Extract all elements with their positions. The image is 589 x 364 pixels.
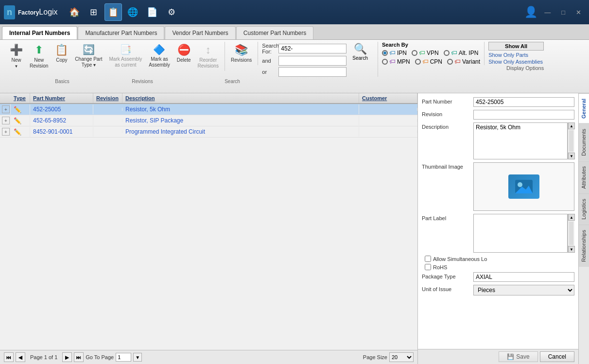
nav-grid[interactable]: ⊞ bbox=[85, 3, 103, 21]
ipn-label: IPN bbox=[397, 50, 407, 56]
tab-manufacturer-part-numbers[interactable]: Manufacturer Part Numbers bbox=[78, 26, 164, 39]
nav-doc[interactable]: 📄 bbox=[143, 3, 161, 21]
col-header-description[interactable]: Description bbox=[122, 93, 359, 103]
side-tab-logistics[interactable]: Logistics bbox=[579, 193, 589, 225]
last-page-button[interactable]: ⏭ bbox=[74, 352, 84, 362]
description-textarea[interactable]: Resistor, 5k Ohm bbox=[473, 122, 568, 159]
variant-option[interactable]: 🏷 Variant bbox=[447, 58, 480, 65]
delete-button[interactable]: ⛔ Delete bbox=[174, 42, 194, 65]
col-header-revision[interactable]: Revision bbox=[93, 93, 122, 103]
change-part-type-label: Change PartType ▾ bbox=[75, 56, 102, 68]
show-all-button[interactable]: Show All bbox=[488, 42, 544, 51]
tab-internal-part-numbers[interactable]: Internal Part Numbers bbox=[2, 26, 77, 39]
title-bar: n FactoryLogix 🏠 ⊞ 📋 🌐 📄 ⚙ 👤 — □ ✕ bbox=[0, 0, 589, 24]
revision-field: Revision bbox=[422, 110, 574, 120]
part-label-textarea[interactable] bbox=[473, 214, 568, 253]
copy-button[interactable]: 📋 Copy bbox=[52, 42, 71, 65]
user-icon[interactable]: 👤 bbox=[524, 6, 537, 18]
side-tab-general[interactable]: General bbox=[579, 93, 589, 123]
tab-vendor-part-numbers[interactable]: Vendor Part Numbers bbox=[165, 26, 235, 39]
allow-simultaneous-row: Allow Simultaneous Lo bbox=[425, 256, 574, 262]
col-header-type[interactable]: Type bbox=[11, 93, 30, 103]
new-button[interactable]: ➕ New ▼ bbox=[7, 42, 26, 70]
save-button[interactable]: 💾 Save bbox=[499, 351, 537, 362]
description-scrollbar[interactable]: ▲ ▼ bbox=[568, 122, 574, 159]
alt-ipn-option[interactable]: 🏷 Alt. IPN bbox=[444, 49, 479, 56]
reorder-revisions-button[interactable]: ↕ ReorderRevisions bbox=[195, 42, 222, 71]
action-buttons: 💾 Save Cancel bbox=[418, 349, 578, 364]
col-header-customer[interactable]: Customer bbox=[359, 93, 417, 103]
description-container: Resistor, 5k Ohm ▲ ▼ bbox=[473, 122, 574, 159]
search-and-input[interactable] bbox=[278, 56, 346, 66]
part-label-scroll-thumb bbox=[569, 222, 573, 245]
show-only-parts-link[interactable]: Show Only Parts bbox=[488, 52, 544, 58]
mark-assembly-current-button[interactable]: 📑 Mark Assemblyas current bbox=[106, 42, 145, 70]
copy-icon: 📋 bbox=[55, 44, 68, 56]
nav-globe[interactable]: 🌐 bbox=[124, 3, 141, 21]
table-row[interactable]: + ✏️ 452-65-8952 Resistor, SIP Package bbox=[0, 115, 417, 126]
maximize-button[interactable]: □ bbox=[557, 8, 569, 17]
tab-customer-part-numbers[interactable]: Customer Part Numbers bbox=[236, 26, 313, 39]
row-customer-0 bbox=[359, 108, 417, 111]
expand-icon-1[interactable]: + bbox=[2, 117, 10, 124]
row-expand-2[interactable]: + bbox=[0, 126, 11, 137]
page-size-select[interactable]: 20 50 100 bbox=[389, 352, 414, 362]
cancel-label: Cancel bbox=[548, 353, 566, 360]
part-label-scroll-up[interactable]: ▲ bbox=[568, 214, 575, 221]
nav-parts[interactable]: 📋 bbox=[104, 3, 122, 21]
mark-as-assembly-button[interactable]: 🔷 Mark asAssembly bbox=[146, 42, 173, 70]
allow-simultaneous-checkbox[interactable] bbox=[425, 256, 431, 262]
unit-of-issue-select[interactable]: Pieces Each bbox=[473, 285, 574, 295]
revisions-button[interactable]: 📚 Revisions bbox=[228, 42, 255, 65]
search-by-options: 🏷 IPN 🏷 VPN 🏷 Alt. IPN bbox=[382, 49, 480, 65]
mpn-option[interactable]: 🏷 MPN bbox=[382, 58, 410, 65]
tab-bar: Internal Part Numbers Manufacturer Part … bbox=[0, 24, 589, 40]
side-tab-attributes[interactable]: Attributes bbox=[579, 161, 589, 193]
show-only-assemblies-link[interactable]: Show Only Assemblies bbox=[488, 58, 544, 65]
nav-home[interactable]: 🏠 bbox=[66, 3, 83, 21]
prev-page-button[interactable]: ◀ bbox=[16, 352, 25, 362]
ipn-option[interactable]: 🏷 IPN bbox=[382, 49, 407, 56]
package-type-input[interactable] bbox=[473, 272, 574, 282]
row-type-0: ✏️ bbox=[11, 104, 30, 115]
goto-arrow[interactable]: ▼ bbox=[133, 353, 142, 362]
part-label-scroll-down[interactable]: ▼ bbox=[568, 246, 575, 253]
scroll-up-btn[interactable]: ▲ bbox=[568, 122, 575, 129]
minimize-button[interactable]: — bbox=[540, 8, 554, 17]
expand-icon-2[interactable]: + bbox=[2, 128, 10, 136]
change-part-type-button[interactable]: 🔄 Change PartType ▾ bbox=[72, 42, 105, 70]
vpn-option[interactable]: 🏷 VPN bbox=[412, 49, 439, 56]
search-for-input[interactable] bbox=[278, 44, 346, 53]
mark-assembly-current-label: Mark Assemblyas current bbox=[109, 56, 142, 68]
table-row[interactable]: + ✏️ 8452-901-0001 Programmed Integrated… bbox=[0, 126, 417, 138]
app-logo[interactable]: n bbox=[4, 5, 15, 19]
content-area: Type Part Number Revision Description Cu… bbox=[0, 93, 589, 364]
row-expand-1[interactable]: + bbox=[0, 115, 11, 126]
side-tab-documents[interactable]: Documents bbox=[579, 123, 589, 161]
close-button[interactable]: ✕ bbox=[572, 8, 585, 17]
revision-input[interactable] bbox=[473, 110, 574, 120]
part-label-scrollbar[interactable]: ▲ ▼ bbox=[568, 214, 574, 253]
search-section-label: Search bbox=[164, 79, 300, 84]
cpn-option[interactable]: 🏷 CPN bbox=[415, 58, 442, 65]
next-page-button[interactable]: ▶ bbox=[62, 352, 72, 362]
expand-icon-0[interactable]: + bbox=[2, 105, 10, 113]
rohs-row: RoHS bbox=[425, 264, 574, 270]
revision-label: Revision bbox=[422, 110, 470, 117]
search-button[interactable]: 🔍 Search bbox=[349, 42, 371, 62]
rohs-checkbox[interactable] bbox=[425, 264, 431, 270]
part-number-input[interactable] bbox=[473, 97, 574, 107]
first-page-button[interactable]: ⏮ bbox=[4, 352, 14, 362]
vpn-radio bbox=[412, 50, 417, 56]
search-or-input[interactable] bbox=[278, 67, 346, 77]
table-row[interactable]: + ✏️ 452-25005 Resistor, 5k Ohm bbox=[0, 104, 417, 115]
col-header-partnum[interactable]: Part Number bbox=[30, 93, 93, 103]
nav-settings[interactable]: ⚙ bbox=[163, 3, 180, 21]
new-icon: ➕ bbox=[10, 44, 23, 56]
new-revision-button[interactable]: ⬆ NewRevision bbox=[27, 42, 51, 71]
cancel-button[interactable]: Cancel bbox=[540, 351, 574, 362]
side-tab-relationships[interactable]: Relationships bbox=[579, 225, 589, 267]
row-expand-0[interactable]: + bbox=[0, 104, 11, 115]
scroll-down-btn[interactable]: ▼ bbox=[568, 153, 575, 159]
goto-input[interactable] bbox=[116, 353, 131, 362]
